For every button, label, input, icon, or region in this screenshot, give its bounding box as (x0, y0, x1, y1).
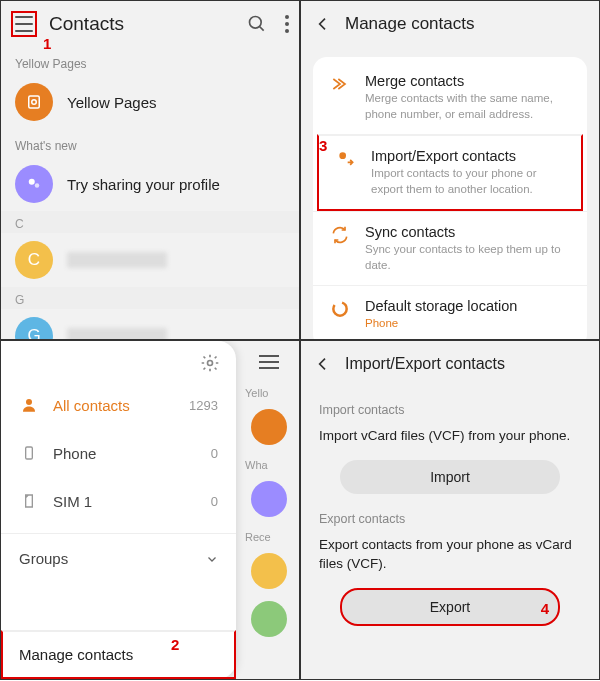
drawer-count: 0 (211, 494, 218, 509)
item-desc: Sync your contacts to keep them up to da… (365, 242, 571, 273)
panel-manage-contacts: Manage contacts 3 Merge contacts Merge c… (300, 0, 600, 340)
bg-avatar (251, 481, 287, 517)
svg-point-4 (29, 179, 35, 185)
bg-avatar (251, 601, 287, 637)
bg-avatar (251, 553, 287, 589)
panel-drawer: Yello Wha Rece All contacts 1293 Phone 0 (0, 340, 300, 680)
merge-contacts-item[interactable]: Merge contacts Merge contacts with the s… (313, 61, 587, 134)
groups-label: Groups (19, 550, 206, 567)
list-item-label: Yellow Pages (67, 94, 157, 111)
sim-icon (19, 491, 39, 511)
export-section-label: Export contacts (319, 512, 581, 526)
export-text: Export contacts from your phone as vCard… (319, 536, 581, 574)
bg-section: Yello (239, 387, 268, 399)
svg-point-0 (250, 17, 262, 29)
svg-point-3 (32, 100, 37, 105)
manage-card: Merge contacts Merge contacts with the s… (313, 57, 587, 340)
svg-point-6 (339, 152, 346, 159)
back-icon[interactable] (315, 356, 331, 372)
drawer-count: 1293 (189, 398, 218, 413)
bg-section: Rece (239, 531, 271, 543)
drawer-groups[interactable]: Groups (1, 533, 236, 579)
annotation-2: 2 (171, 636, 179, 653)
page-title: Import/Export contacts (345, 355, 505, 373)
drawer-phone[interactable]: Phone 0 (1, 429, 236, 477)
search-icon[interactable] (247, 14, 267, 34)
list-item-label: Try sharing your profile (67, 176, 220, 193)
manage-header: Manage contacts (301, 1, 599, 47)
drawer-sim1[interactable]: SIM 1 0 (1, 477, 236, 525)
import-export-item[interactable]: Import/Export contacts Import contacts t… (317, 134, 583, 211)
annotation-3: 3 (319, 137, 327, 154)
contact-name-redacted (67, 328, 167, 340)
svg-line-1 (260, 27, 264, 31)
gear-icon[interactable] (200, 353, 220, 373)
storage-icon (329, 298, 351, 320)
item-label: Import/Export contacts (371, 148, 565, 164)
drawer-count: 0 (211, 446, 218, 461)
import-button[interactable]: Import (340, 460, 560, 494)
item-desc: Merge contacts with the same name, phone… (365, 91, 571, 122)
sync-contacts-item[interactable]: Sync contacts Sync your contacts to keep… (313, 211, 587, 285)
default-storage-item[interactable]: Default storage location Phone (313, 285, 587, 340)
bg-avatar (251, 409, 287, 445)
letter-header-g: G (1, 287, 299, 309)
import-section-label: Import contacts (319, 403, 581, 417)
drawer-all-contacts[interactable]: All contacts 1293 (1, 381, 236, 429)
more-icon[interactable] (285, 15, 289, 33)
contact-name-redacted (67, 252, 167, 268)
yellow-pages-icon (15, 83, 53, 121)
manage-label: Manage contacts (19, 646, 133, 663)
export-button[interactable]: Export (340, 588, 560, 626)
chevron-down-icon (206, 553, 218, 565)
manage-contacts-button[interactable]: Manage contacts (1, 630, 236, 679)
page-title: Contacts (49, 13, 247, 35)
import-export-body: Import contacts Import vCard files (VCF)… (301, 387, 599, 650)
item-desc: Import contacts to your phone or export … (371, 166, 565, 197)
list-item[interactable]: Yellow Pages (1, 75, 299, 129)
import-text: Import vCard files (VCF) from your phone… (319, 427, 581, 446)
svg-point-9 (26, 399, 32, 405)
import-export-header: Import/Export contacts (301, 341, 599, 387)
avatar: C (15, 241, 53, 279)
person-icon (19, 395, 39, 415)
item-desc: Phone (365, 316, 517, 332)
item-label: Sync contacts (365, 224, 571, 240)
sync-icon (329, 224, 351, 246)
contact-row[interactable]: C (1, 233, 299, 287)
letter-header-c: C (1, 211, 299, 233)
svg-point-5 (35, 183, 40, 188)
page-title: Manage contacts (345, 14, 474, 34)
drawer-background: Yello Wha Rece (239, 341, 299, 679)
drawer-label: Phone (53, 445, 211, 462)
phone-icon (19, 443, 39, 463)
drawer-label: SIM 1 (53, 493, 211, 510)
merge-icon (329, 73, 351, 95)
svg-point-7 (333, 302, 346, 315)
svg-point-8 (208, 361, 213, 366)
item-label: Merge contacts (365, 73, 571, 89)
svg-rect-2 (29, 96, 40, 108)
avatar: G (15, 317, 53, 340)
annotation-4: 4 (541, 600, 549, 617)
back-icon[interactable] (315, 16, 331, 32)
drawer-label: All contacts (53, 397, 189, 414)
hamburger-icon[interactable] (11, 11, 37, 37)
hamburger-icon[interactable] (259, 355, 279, 369)
bg-section: Wha (239, 459, 268, 471)
panel-import-export: Import/Export contacts Import contacts I… (300, 340, 600, 680)
svg-rect-10 (26, 447, 33, 459)
panel-contacts: Contacts 1 Yellow Pages Yellow Pages Wha… (0, 0, 300, 340)
list-item[interactable]: Try sharing your profile (1, 157, 299, 211)
nav-drawer: All contacts 1293 Phone 0 SIM 1 0 Groups… (1, 341, 236, 679)
profile-share-icon (15, 165, 53, 203)
section-whats-new: What's new (1, 129, 299, 157)
contact-row[interactable]: G (1, 309, 299, 340)
annotation-1: 1 (43, 35, 51, 52)
import-export-icon (335, 148, 357, 170)
item-label: Default storage location (365, 298, 517, 314)
